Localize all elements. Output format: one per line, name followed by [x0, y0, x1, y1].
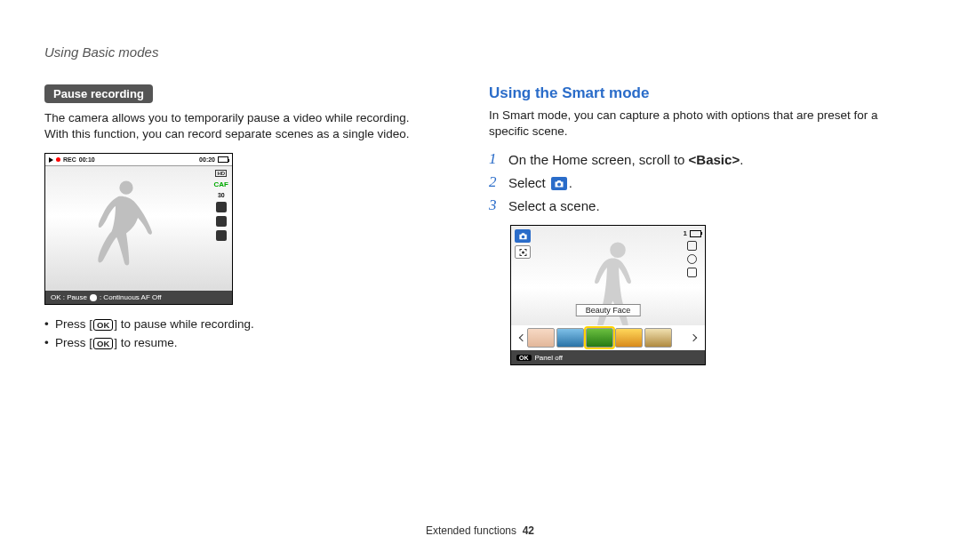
eye-icon: [687, 254, 697, 264]
pause-instructions-list: Press [OK] to pause while recording. Pre…: [44, 316, 436, 352]
step-number: 2: [489, 173, 501, 191]
mode-icon-2: [216, 216, 227, 227]
status-icon-stack: 1: [684, 229, 701, 277]
focus-mode-chip: [515, 245, 531, 259]
text: ] to pause while recording.: [114, 317, 254, 331]
step-3: 3 Select a scene.: [489, 196, 916, 214]
resolution-icon: [687, 241, 697, 251]
smart-mode-description: In Smart mode, you can capture a photo w…: [489, 108, 916, 140]
video-bottom-bar: OK : Pause : Continuous AF Off: [45, 291, 232, 304]
step-text: Select a scene.: [508, 198, 600, 213]
ok-button-icon: OK: [93, 319, 113, 331]
pause-recording-badge: Pause recording: [44, 84, 153, 103]
page-number: 42: [523, 524, 534, 537]
shots-remaining: 1: [684, 229, 687, 237]
scene-bottom-bar: OK Panel off: [511, 350, 705, 364]
step-number: 3: [489, 196, 501, 214]
smart-mode-heading: Using the Smart mode: [489, 84, 916, 102]
record-icon: [56, 157, 60, 162]
smart-mode-camera-icon: [551, 177, 567, 190]
stabilizer-icon: [216, 230, 227, 241]
mode-chip-stack: [515, 229, 531, 259]
panel-off-hint: Panel off: [535, 354, 563, 362]
bullet-pause: Press [OK] to pause while recording.: [44, 316, 436, 333]
video-preview-area: HD CAF 30: [45, 166, 232, 291]
chevron-left-icon: [519, 334, 526, 341]
caf-indicator: CAF: [214, 180, 228, 188]
step-text: On the Home screen, scroll to <Basic>.: [508, 152, 743, 167]
face-icon: [687, 268, 697, 277]
two-column-layout: Pause recording The camera allows you to…: [44, 84, 916, 365]
fps-indicator: 30: [218, 192, 225, 198]
scene-thumb-landscape: [556, 328, 584, 348]
scene-preview-area: 1 Beauty Face: [511, 226, 705, 350]
scene-thumb-sunset: [615, 328, 643, 348]
step-2: 2 Select .: [489, 173, 916, 191]
dancer-silhouette-icon: [86, 175, 166, 282]
video-side-icons: HD CAF 30: [214, 170, 228, 241]
text: Press [: [55, 317, 92, 331]
mode-icon-1: [216, 202, 227, 212]
page-footer: Extended functions 42: [0, 524, 960, 537]
play-icon: [49, 157, 53, 163]
video-top-bar: REC 00:10 00:20: [45, 154, 232, 166]
elapsed-time: 00:10: [79, 156, 95, 163]
scene-select-screenshot: 1 Beauty Face: [510, 225, 706, 365]
text: Press [: [55, 336, 92, 349]
chevron-right-icon: [690, 334, 697, 341]
battery-icon: [218, 156, 228, 163]
scene-thumb-beauty-face: [527, 328, 555, 348]
child-silhouette-icon: [582, 238, 653, 336]
scene-filmstrip: [511, 325, 705, 350]
page-header: Using Basic modes: [44, 44, 916, 60]
bullet-resume: Press [OK] to resume.: [44, 334, 436, 352]
video-recording-screenshot: REC 00:10 00:20 HD CAF 30: [44, 153, 233, 305]
smart-mode-chip: [515, 229, 531, 243]
macro-flower-icon: [90, 294, 97, 301]
text: ] to resume.: [114, 336, 177, 349]
pause-recording-description: The camera allows you to temporarily pau…: [44, 110, 436, 142]
left-column: Pause recording The camera allows you to…: [44, 84, 436, 365]
total-time: 00:20: [199, 156, 215, 163]
ok-button-icon: OK: [516, 355, 532, 361]
smart-mode-steps: 1 On the Home screen, scroll to <Basic>.…: [489, 150, 916, 214]
step-text: Select .: [508, 175, 572, 191]
scene-label: Beauty Face: [576, 304, 641, 316]
step-number: 1: [489, 150, 501, 168]
step-1: 1 On the Home screen, scroll to <Basic>.: [489, 150, 916, 168]
rec-label: REC: [63, 156, 76, 163]
battery-icon: [690, 230, 701, 237]
caf-off-hint: : Continuous AF Off: [100, 293, 162, 301]
ok-pause-hint: OK : Pause: [51, 293, 87, 301]
ok-button-icon: OK: [93, 338, 113, 349]
scene-thumb-macro: [586, 328, 613, 348]
footer-section: Extended functions: [426, 524, 516, 537]
right-column: Using the Smart mode In Smart mode, you …: [489, 84, 916, 365]
scene-thumb-action: [644, 328, 672, 348]
hd-icon: HD: [215, 170, 227, 177]
